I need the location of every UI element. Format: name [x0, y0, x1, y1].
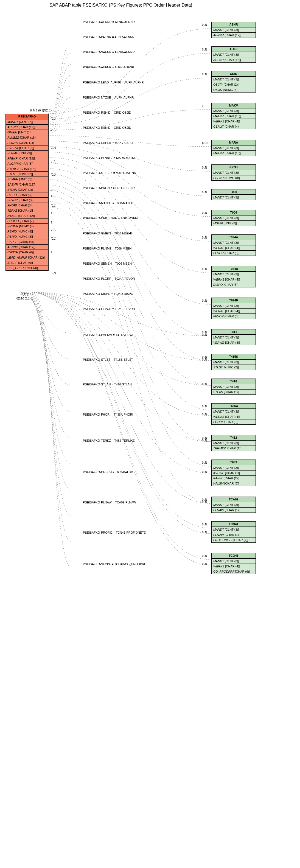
table-row: PLNAW [CHAR (1)]	[6, 140, 48, 145]
table-row: PLNAW [CHAR (1)]	[212, 532, 256, 537]
table-tcn41: TCN41MANDT [CLNT (3)]PLNAW [CHAR (1)]PRO…	[211, 521, 256, 543]
edge-label: PSEISAFKO-PLGRP = T024A-FEVOR	[82, 277, 135, 280]
table-row: SFCPF [CHAR (6)]	[6, 260, 48, 265]
diagram-canvas: PSEISAFKO MANDT [CLNT (3)]AUFNR [CHAR (1…	[0, 9, 300, 866]
table-header: T024F	[212, 298, 256, 303]
table-row: PSPNR [NUMC (8)]	[212, 175, 256, 180]
table-row: WERKS [CHAR (4)]	[212, 564, 256, 569]
table-crid: CRIDMANDT [CLNT (3)]OBJTY [CHAR (2)]OBJI…	[211, 71, 256, 93]
table-row: MANDT [CLNT (3)]	[212, 27, 256, 32]
edge-label: PSEISAFKO-FHORI = T436A-FHORI	[82, 413, 134, 416]
table-header: T000	[212, 189, 256, 195]
table-row: MANDT [CLNT (3)]	[212, 502, 256, 507]
cardinality-right: 0..N	[202, 166, 207, 169]
cardinality-left: 1	[51, 195, 53, 198]
table-row: DISPO [CHAR (3)]	[212, 282, 256, 287]
table-makv: MAKVMANDT [CLNT (3)]MATNR [CHAR (18)]WER…	[211, 103, 256, 129]
edge-label: PSEISAFKO-PLNAW = TCA09-PLNAW	[82, 501, 137, 504]
table-row: MANDT [CLNT (3)]	[212, 272, 256, 277]
table-t415s: T415SMANDT [CLNT (3)]STLST [NUMC (2)]	[211, 354, 256, 370]
cardinality-right: 0..N	[202, 73, 207, 76]
edge-label: PSEISAFKO-PVERW = T411-VERWE	[82, 333, 135, 337]
cardinality-right: 0..N	[202, 191, 207, 194]
table-aufk: AUFKMANDT [CLNT (3)]AUFNR [CHAR (12)]	[211, 46, 256, 63]
table-header: T006	[212, 210, 256, 215]
table-row: WERKS [CHAR (4)]	[212, 119, 256, 124]
cardinality-right: 0..N	[202, 268, 207, 271]
table-row: MANDT [CLNT (3)]	[212, 384, 256, 389]
cardinality-right: 0..N	[202, 555, 207, 558]
cardinality-right: 0..N	[202, 531, 207, 534]
table-row: TERKZ [CHAR (1)]	[6, 208, 48, 213]
table-tca09: TCA09MANDT [CLNT (3)]PLNAW [CHAR (1)]	[211, 497, 256, 513]
table-row: STLAN [CHAR (1)]	[212, 389, 256, 395]
table-row: SAENR [CHAR (12)]	[6, 182, 48, 187]
table-row: PLGRP [CHAR (3)]	[6, 161, 48, 166]
table-row: MANDT [CLNT (3)]	[212, 215, 256, 220]
edge-label: PSEISAFKO-SBMEH = T006-MSEHI	[82, 262, 133, 265]
table-row: PAENR [CHAR (12)]	[6, 156, 48, 161]
table-header: T024D	[212, 266, 256, 272]
table-row: MANDT [CLNT (3)]	[212, 527, 256, 532]
cardinality-left: 0{0,N} {0,1} 1	[17, 297, 33, 300]
cardinality-right: 0..N	[202, 501, 207, 504]
table-header: PSEISAFKO	[6, 114, 48, 119]
table-row: LEAD_AUFNR [CHAR (12)]	[6, 255, 48, 260]
table-row: PVERW [CHAR (3)]	[6, 145, 48, 150]
cardinality-left: {0,1}	[51, 173, 57, 176]
table-row: FEVOR [CHAR (3)]	[6, 197, 48, 203]
table-header: AENR	[212, 22, 256, 27]
cardinality-right: 0..N	[202, 470, 207, 473]
edge-label: PSEISAFKO-GMEIN = T006-MSEHI	[82, 232, 132, 235]
table-row: STLST [NUMC (2)]	[6, 171, 48, 177]
cardinality-left: {0,1}	[51, 128, 57, 131]
edge-label: PSEISAFKO-STLST = T415S-STLST	[82, 358, 134, 361]
table-row: MATNR [CHAR (18)]	[212, 113, 256, 119]
table-header: AUFK	[212, 46, 256, 52]
table-row: FEVOR [CHAR (3)]	[212, 313, 256, 319]
table-row: PROFIDNETZ [CHAR (7)]	[212, 537, 256, 542]
table-t024f: T024FMANDT [CLNT (3)]WERKS [CHAR (4)]FEV…	[211, 298, 256, 319]
table-row: OBJTY [CHAR (2)]	[212, 82, 256, 87]
table-row: MANDT [CLNT (3)]	[212, 195, 256, 200]
table-row: MANDT [CLNT (3)]	[212, 303, 256, 308]
cardinality-left: {0,1} {0,1}	[21, 293, 33, 296]
table-row: RSNID [NUMC (8)]	[6, 234, 48, 239]
table-header: PROJ	[212, 165, 256, 170]
table-row: PLNAW [CHAR (1)]	[212, 507, 256, 513]
table-row: MANDT [CLNT (3)]	[212, 170, 256, 175]
table-row: FHORI [CHAR (3)]	[212, 419, 256, 424]
cardinality-right: 0..N	[202, 523, 207, 526]
table-row: WERKS [CHAR (4)]	[212, 277, 256, 282]
edge-label: PSEISAFKO-RSNID = CRID-OBJID	[82, 126, 132, 129]
cardinality-right: 0..N	[202, 405, 207, 408]
table-t411: T411MANDT [CLNT (3)]VERWE [CHAR (3)]	[211, 329, 256, 345]
page-title: SAP ABAP table PSEISAFKO {PS Key Figures…	[0, 0, 300, 9]
edge-label: PSEISAFKO-CSPLIT = MAKV-CSPLIT	[82, 141, 136, 145]
cardinality-left: {0,1}	[51, 204, 57, 207]
table-row: MANDT [CLNT (3)]	[212, 76, 256, 82]
table-proj: PROJMANDT [CLNT (3)]PSPNR [NUMC (8)]	[211, 164, 256, 181]
table-row: CO_PRODPRF [CHAR (6)]	[212, 569, 256, 574]
table-mara: MARAMANDT [CLNT (3)]MATNR [CHAR (18)]	[211, 140, 256, 156]
table-t024a: T024AMANDT [CLNT (3)]WERKS [CHAR (4)]FEV…	[211, 235, 256, 256]
cardinality-left: 0..N	[51, 146, 56, 149]
cardinality-right: 1	[202, 104, 204, 107]
table-header: T024A	[212, 235, 256, 240]
table-t482: T482MANDT [CLNT (3)]TERMKZ [CHAR (1)]	[211, 435, 256, 451]
cardinality-right: 0..N	[202, 48, 207, 51]
table-row: FEVOR [CHAR (3)]	[212, 250, 256, 255]
table-header: TCN41	[212, 522, 256, 527]
table-header: TCA09	[212, 497, 256, 502]
edge-label: PSEISAFKO-AENNR = AENR-AENNR	[82, 20, 135, 24]
edge-label: PSEISAFKO-AUFNR = AUFK-AUFNR	[82, 66, 135, 69]
table-row: PLNBEZ [CHAR (18)]	[6, 135, 48, 140]
cardinality-left: 0..N 1 {0,1}N{0,1}	[30, 109, 52, 112]
table-header: T436A	[212, 404, 256, 409]
cardinality-right: 0..N	[202, 358, 207, 361]
edge-label: PSEISAFKO-SAENR = AENR-AENNR	[82, 51, 135, 54]
table-header: T416	[212, 379, 256, 384]
edge-label: PSEISAFKO-PRONR = PROJ-PSPNR	[82, 186, 135, 190]
table-row: KVEWE [CHAR (1)]	[212, 470, 256, 475]
edge-label: PSEISAFKO-SFCPF = TCO43-CO_PRODPRF	[82, 562, 147, 566]
